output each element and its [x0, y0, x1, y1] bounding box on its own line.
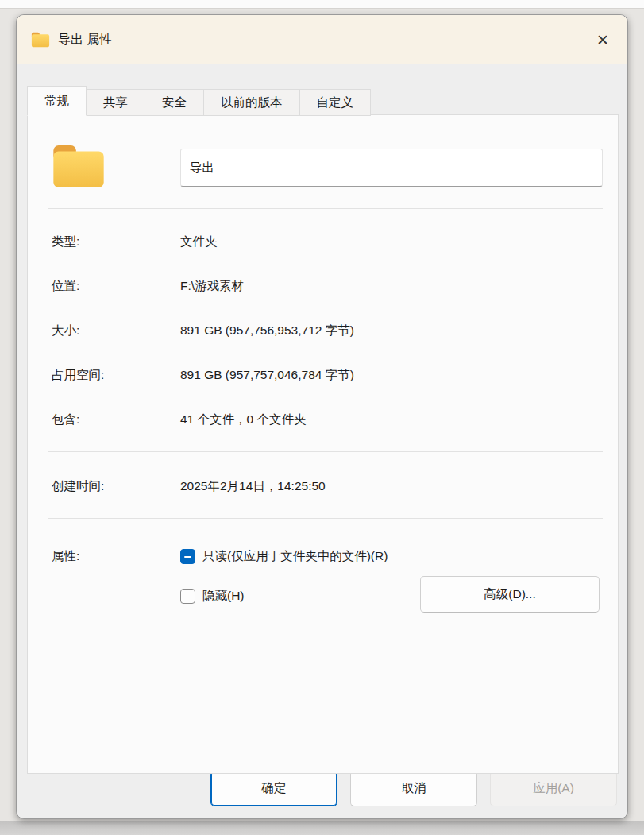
folder-icon-large — [52, 144, 106, 192]
hidden-checkbox-label[interactable]: 隐藏(H) — [202, 588, 245, 605]
folder-name-input[interactable] — [180, 149, 603, 187]
folder-icon — [31, 32, 50, 48]
size-value: 891 GB (957,756,953,712 字节) — [180, 323, 354, 339]
dialog-footer: 确定 取消 应用(A) — [210, 771, 617, 806]
indeterminate-dash-icon — [184, 556, 191, 558]
location-value: F:\游戏素材 — [180, 278, 244, 295]
tab-security[interactable]: 安全 — [145, 89, 204, 116]
tab-previous-versions[interactable]: 以前的版本 — [204, 89, 300, 116]
tab-strip: 常规 共享 安全 以前的版本 自定义 — [27, 85, 617, 115]
readonly-checkbox-row: 只读(仅应用于文件夹中的文件)(R) — [180, 548, 388, 565]
tab-general[interactable]: 常规 — [27, 86, 87, 116]
desktop-top-strip — [0, 0, 644, 9]
type-value: 文件夹 — [180, 234, 218, 250]
created-label: 创建时间: — [52, 478, 104, 495]
ok-button[interactable]: 确定 — [210, 771, 337, 806]
attributes-label: 属性: — [52, 548, 79, 565]
type-label: 类型: — [52, 234, 79, 250]
size-on-disk-value: 891 GB (957,757,046,784 字节) — [180, 367, 354, 384]
size-label: 大小: — [52, 323, 79, 339]
desktop-bottom-strip — [0, 821, 644, 835]
tab-customize[interactable]: 自定义 — [300, 89, 372, 116]
close-button[interactable]: ✕ — [589, 29, 616, 51]
title-bar[interactable]: 导出 属性 — [17, 15, 627, 64]
contains-label: 包含: — [52, 412, 79, 428]
cancel-button[interactable]: 取消 — [350, 771, 477, 806]
size-on-disk-label: 占用空间: — [52, 367, 104, 384]
separator — [48, 451, 603, 452]
apply-button[interactable]: 应用(A) — [490, 771, 617, 806]
advanced-button[interactable]: 高级(D)... — [420, 576, 600, 613]
hidden-checkbox-row: 隐藏(H) — [180, 588, 245, 605]
created-value: 2025年2月14日，14:25:50 — [180, 478, 326, 495]
separator — [48, 518, 603, 519]
readonly-checkbox-label[interactable]: 只读(仅应用于文件夹中的文件)(R) — [202, 548, 388, 565]
properties-dialog: 导出 属性 ✕ 常规 共享 安全 以前的版本 自定义 类型: 文件夹 位置: F… — [16, 14, 628, 819]
window-title: 导出 属性 — [58, 32, 112, 48]
location-label: 位置: — [52, 278, 79, 295]
separator — [48, 208, 603, 209]
readonly-checkbox[interactable] — [180, 549, 195, 564]
tab-sharing[interactable]: 共享 — [87, 89, 145, 116]
hidden-checkbox[interactable] — [180, 589, 195, 604]
contains-value: 41 个文件，0 个文件夹 — [180, 412, 306, 428]
tab-page-general: 类型: 文件夹 位置: F:\游戏素材 大小: 891 GB (957,756,… — [27, 114, 619, 774]
